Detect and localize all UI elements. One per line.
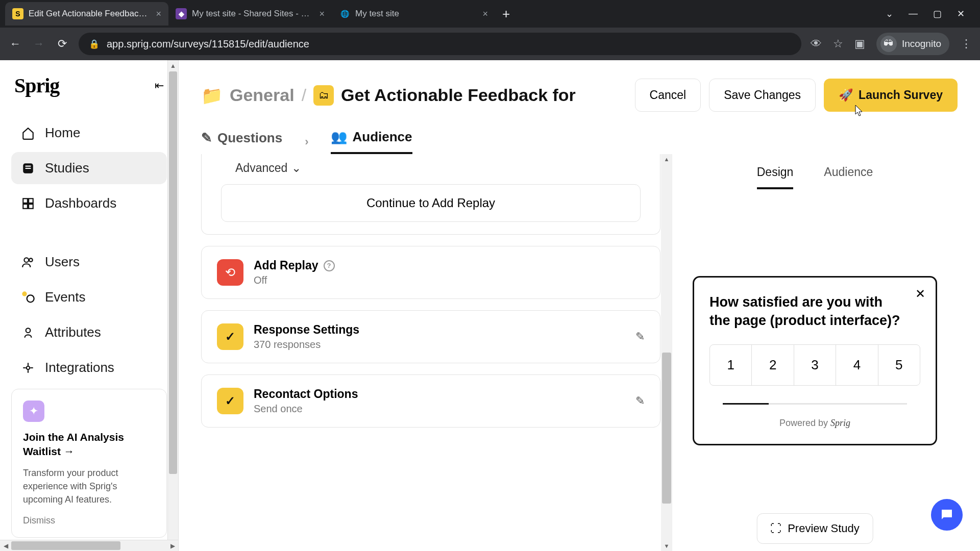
svg-point-9 (22, 291, 27, 296)
powered-by[interactable]: Powered by Sprig (709, 418, 920, 429)
close-icon[interactable]: × (319, 9, 325, 19)
browser-tab[interactable]: ◆ My test site - Shared Sites - Dash × (168, 2, 332, 26)
brand-label: Sprig (830, 418, 850, 428)
tab-audience[interactable]: 👥 Audience (331, 129, 412, 154)
rating-5[interactable]: 5 (878, 345, 920, 385)
sparkle-icon: ✦ (23, 400, 44, 422)
svg-rect-3 (23, 198, 28, 203)
reload-icon[interactable]: ⟳ (55, 37, 69, 51)
scroll-left-icon[interactable]: ◀ (0, 542, 11, 549)
rating-3[interactable]: 3 (794, 345, 836, 385)
chevron-down-icon: ⌄ (291, 161, 301, 175)
sidebar-hscrollbar[interactable]: ◀ ▶ (0, 540, 178, 551)
breadcrumb[interactable]: 📁 General / (201, 85, 306, 106)
lock-icon: 🔒 (89, 39, 100, 49)
dismiss-link[interactable]: Dismiss (23, 515, 155, 526)
tab-questions[interactable]: ✎ Questions (201, 130, 282, 153)
settings-column: Advanced ⌄ Continue to Add Replay ⟲ Add … (201, 154, 672, 551)
sidebar-item-events[interactable]: Events (11, 281, 167, 313)
sidebar-item-label: Integrations (45, 360, 114, 375)
close-icon[interactable]: × (482, 9, 488, 19)
content-scrollbar[interactable]: ▲ ▼ (661, 154, 672, 551)
close-icon[interactable]: ✕ (915, 287, 925, 301)
scroll-thumb[interactable] (662, 353, 671, 504)
address-bar[interactable]: 🔒 app.sprig.com/surveys/115815/edit/audi… (79, 33, 801, 55)
sidebar-item-studies[interactable]: Studies (11, 152, 167, 184)
home-icon (20, 126, 36, 141)
advanced-label: Advanced (235, 161, 287, 175)
collapse-icon[interactable]: ⇤ (155, 79, 164, 92)
tab-label: Questions (217, 130, 282, 146)
rocket-icon: 🚀 (839, 88, 853, 102)
launch-button[interactable]: 🚀 Launch Survey (824, 79, 958, 112)
save-button[interactable]: Save Changes (709, 79, 816, 112)
sprig-favicon: S (12, 8, 23, 19)
chat-fab[interactable] (931, 499, 963, 531)
svg-point-7 (24, 258, 29, 262)
ai-waitlist-card: ✦ Join the AI Analysis Waitlist → Transf… (11, 389, 167, 538)
page-title[interactable]: Get Actionable Feedback for (341, 85, 628, 105)
check-icon: ✓ (217, 388, 243, 414)
close-window-icon[interactable]: ✕ (957, 8, 965, 19)
button-label: Save Changes (724, 88, 801, 102)
button-label: Preview Study (788, 522, 860, 535)
targeting-panel: Advanced ⌄ Continue to Add Replay (201, 154, 660, 235)
scroll-up-icon[interactable]: ▲ (168, 60, 178, 71)
minimize-icon[interactable]: — (909, 8, 918, 19)
svg-point-10 (27, 295, 34, 302)
ai-card-title[interactable]: Join the AI Analysis Waitlist → (23, 430, 155, 459)
progress-bar (723, 403, 907, 405)
extensions-icon[interactable]: ▣ (854, 37, 865, 51)
sidebar-item-label: Attributes (45, 324, 101, 340)
browser-tab[interactable]: S Edit Get Actionable Feedback for × (5, 2, 168, 26)
scroll-up-icon[interactable]: ▲ (661, 154, 672, 164)
scroll-right-icon[interactable]: ▶ (167, 542, 178, 549)
replay-icon: ⟲ (217, 259, 243, 286)
sidebar-scrollbar[interactable]: ▲ ▼ (167, 60, 179, 551)
rating-1[interactable]: 1 (710, 345, 752, 385)
button-label: Launch Survey (859, 88, 943, 102)
eye-off-icon[interactable]: 👁 (811, 37, 822, 51)
svg-rect-2 (26, 167, 31, 168)
sidebar-item-users[interactable]: Users (11, 246, 167, 278)
sidebar-item-home[interactable]: Home (11, 117, 167, 149)
button-label: Cancel (650, 88, 687, 102)
maximize-icon[interactable]: ▢ (933, 8, 942, 19)
tab-search-icon[interactable]: ⌄ (886, 8, 893, 19)
sidebar-item-attributes[interactable]: Attributes (11, 316, 167, 348)
rating-4[interactable]: 4 (836, 345, 878, 385)
close-icon[interactable]: × (156, 9, 161, 19)
pencil-icon[interactable]: ✎ (635, 394, 645, 408)
sidebar-item-dashboards[interactable]: Dashboards (11, 187, 167, 219)
new-tab-button[interactable]: + (495, 6, 517, 22)
preview-tab-design[interactable]: Design (757, 165, 794, 189)
menu-icon[interactable]: ⋮ (961, 37, 972, 51)
incognito-badge[interactable]: 🕶 Incognito (876, 33, 949, 55)
preview-tab-audience[interactable]: Audience (824, 165, 873, 189)
sidebar-item-integrations[interactable]: Integrations (11, 352, 167, 384)
advanced-toggle[interactable]: Advanced ⌄ (217, 158, 645, 184)
scroll-down-icon[interactable]: ▼ (661, 541, 672, 551)
back-icon[interactable]: ← (8, 37, 22, 51)
survey-question: How satisfied are you with the page (pro… (709, 293, 920, 330)
card-title: Add Replay (254, 259, 318, 272)
edit-icon: ✎ (201, 130, 212, 146)
rating-2[interactable]: 2 (752, 345, 794, 385)
forward-icon[interactable]: → (32, 37, 46, 51)
add-replay-card[interactable]: ⟲ Add Replay ? Off (201, 246, 660, 299)
editor-tabs: ✎ Questions › 👥 Audience (201, 129, 958, 154)
url-text: app.sprig.com/surveys/115815/edit/audien… (107, 38, 309, 50)
logo[interactable]: Sprig (14, 73, 59, 97)
scroll-thumb[interactable] (11, 541, 120, 550)
response-settings-card[interactable]: ✓ Response Settings 370 responses ✎ (201, 310, 660, 363)
scroll-thumb[interactable] (169, 71, 177, 474)
pencil-icon[interactable]: ✎ (635, 330, 645, 343)
recontact-options-card[interactable]: ✓ Recontact Options Send once ✎ (201, 374, 660, 428)
preview-study-button[interactable]: ⛶ Preview Study (756, 513, 873, 544)
browser-tab[interactable]: 🌐 My test site × (332, 2, 495, 26)
help-icon[interactable]: ? (324, 260, 335, 271)
bookmark-icon[interactable]: ☆ (833, 37, 843, 51)
continue-button[interactable]: Continue to Add Replay (221, 184, 641, 222)
cancel-button[interactable]: Cancel (635, 79, 701, 112)
sidebar-item-label: Users (45, 254, 80, 270)
